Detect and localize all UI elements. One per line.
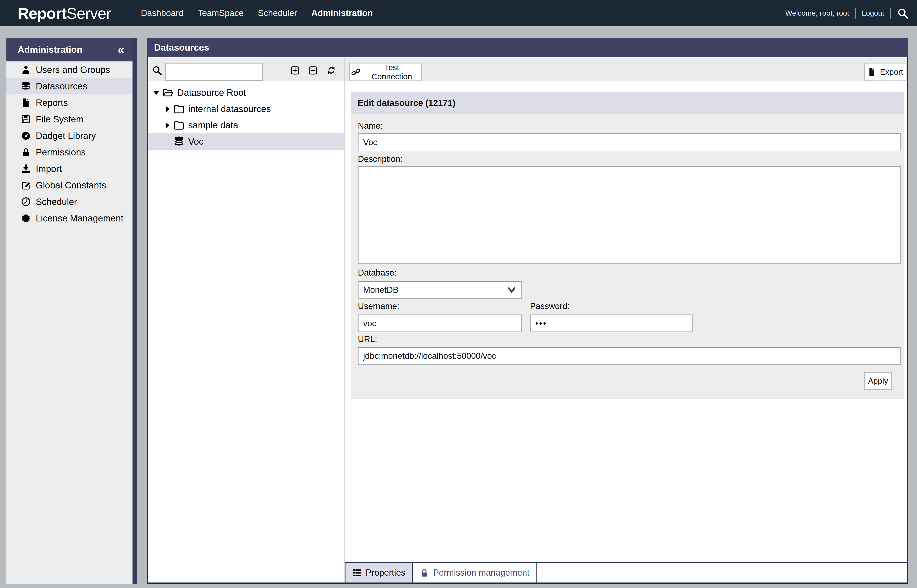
password-label: Password: (530, 302, 570, 311)
content-toolbar (345, 57, 907, 81)
logo-light: Server (66, 5, 111, 22)
sidebar-item-datasources[interactable]: Datasources (6, 78, 132, 94)
name-label: Name: (358, 121, 383, 131)
sidebar-item-users-and-groups[interactable]: Users and Groups (6, 61, 132, 78)
datasource-form: Name: Description: Database: MonetDB Use… (351, 114, 904, 399)
page-title: Datasources (154, 42, 209, 53)
folder-icon (174, 103, 184, 115)
expand-all-button[interactable] (290, 66, 300, 75)
sidebar-item-label: Scheduler (36, 197, 77, 207)
lock-icon (420, 568, 429, 577)
collapse-all-button[interactable] (308, 66, 318, 75)
tab-permission-management[interactable]: Permission management (413, 563, 537, 583)
folder-icon (174, 120, 184, 131)
welcome-text: Welcome, root, root (785, 9, 849, 18)
floppy-icon (21, 115, 31, 124)
admin-sidebar: Administration « Users and GroupsDatasou… (6, 38, 132, 584)
database-selected-value: MonetDB (363, 285, 399, 295)
sidebar-item-label: Dadget Library (36, 131, 96, 141)
search-icon[interactable] (897, 7, 909, 19)
main-nav: DashboardTeamSpaceSchedulerAdministratio… (141, 8, 373, 18)
tree-node-label: internal datasources (188, 104, 271, 114)
apply-button[interactable]: Apply (864, 372, 892, 390)
edit-form-header: Edit datasource (12171) (351, 92, 904, 114)
sidebar-item-dadget-library[interactable]: Dadget Library (6, 128, 132, 144)
certificate-icon (21, 213, 31, 223)
database-label: Database: (358, 268, 397, 278)
sidebar-item-permissions[interactable]: Permissions (6, 144, 132, 160)
column-divider (344, 57, 345, 583)
sidebar-item-import[interactable]: Import (6, 160, 132, 177)
tree-node-label: Voc (188, 136, 203, 147)
nav-link-teamspace[interactable]: TeamSpace (198, 8, 244, 18)
database-icon (21, 81, 31, 91)
description-textarea[interactable] (358, 166, 901, 264)
logo-bold: Report (18, 5, 66, 22)
reportserver-app: ReportServer DashboardTeamSpaceScheduler… (0, 0, 917, 588)
tree-node-internal-datasources[interactable]: internal datasources (149, 101, 344, 117)
password-input[interactable] (530, 315, 693, 332)
nav-link-administration[interactable]: Administration (311, 8, 373, 18)
tree-node-label: Datasource Root (177, 87, 246, 98)
sidebar-item-reports[interactable]: Reports (6, 94, 132, 111)
search-icon (152, 65, 162, 76)
test-connection-label: Test Connection (364, 63, 420, 81)
sidebar-item-global-constants[interactable]: Global Constants (6, 177, 132, 194)
nav-link-scheduler[interactable]: Scheduler (258, 8, 297, 18)
caret-right-icon[interactable] (163, 105, 171, 113)
caret-right-icon[interactable] (163, 121, 171, 129)
test-connection-button[interactable]: Test Connection (349, 63, 421, 81)
description-label: Description: (358, 154, 402, 164)
edit-icon (21, 181, 31, 190)
tree-search-input[interactable] (165, 63, 263, 81)
sidebar-item-label: Users and Groups (36, 65, 110, 75)
tree-node-label: sample data (188, 120, 238, 131)
main-panel-header: Datasources (147, 38, 908, 57)
folder-open-icon (163, 87, 174, 99)
bottom-tabbar: PropertiesPermission management (345, 563, 537, 583)
sidebar-item-label: Datasources (36, 81, 87, 92)
tree-node-datasource-root[interactable]: Datasource Root (149, 85, 344, 101)
url-input[interactable] (358, 347, 901, 365)
user-icon (21, 65, 31, 74)
username-label: Username: (358, 302, 399, 311)
tab-label: Permission management (433, 568, 530, 578)
download-icon (21, 164, 31, 173)
sidebar-item-label: License Management (36, 213, 123, 223)
logout-link[interactable]: Logout (862, 9, 884, 18)
name-input[interactable] (358, 133, 901, 151)
sidebar-item-license-management[interactable]: License Management (6, 210, 132, 226)
sidebar-item-scheduler[interactable]: Scheduler (6, 194, 132, 210)
sidebar-item-label: Permissions (36, 147, 86, 157)
sidebar-item-label: Import (36, 164, 62, 174)
sidebar-item-label: Global Constants (36, 180, 106, 191)
refresh-button[interactable] (326, 66, 336, 75)
caret-spacer (163, 138, 171, 145)
caret-down-icon[interactable] (152, 89, 160, 97)
sidebar-edge-strip (132, 38, 137, 584)
sidebar-collapse-button[interactable]: « (118, 44, 124, 56)
clock-icon (21, 197, 31, 207)
tab-properties[interactable]: Properties (345, 563, 413, 583)
main-panel-border (147, 583, 908, 584)
username-input[interactable] (358, 315, 522, 332)
sidebar-item-file-system[interactable]: File System (6, 111, 132, 128)
lock-icon (21, 147, 31, 157)
nav-link-dashboard[interactable]: Dashboard (141, 8, 183, 18)
database-select[interactable]: MonetDB (358, 281, 522, 299)
export-button[interactable]: Export (864, 63, 906, 81)
tree-node-sample-data[interactable]: sample data (149, 117, 344, 133)
tab-label: Properties (366, 568, 405, 578)
list-icon (352, 568, 362, 577)
url-label: URL: (358, 334, 377, 344)
sidebar-menu: Users and GroupsDatasourcesReportsFile S… (6, 61, 132, 226)
app-logo: ReportServer (18, 4, 111, 22)
navbar-divider (890, 8, 891, 19)
sidebar-item-label: Reports (36, 98, 68, 108)
sidebar-title: Administration (18, 44, 82, 55)
sidebar-header: Administration « (6, 38, 132, 61)
gauge-icon (21, 131, 31, 141)
edit-form-title: Edit datasource (12171) (358, 98, 455, 108)
main-panel-border (907, 38, 908, 584)
tree-node-voc[interactable]: Voc (149, 133, 344, 150)
